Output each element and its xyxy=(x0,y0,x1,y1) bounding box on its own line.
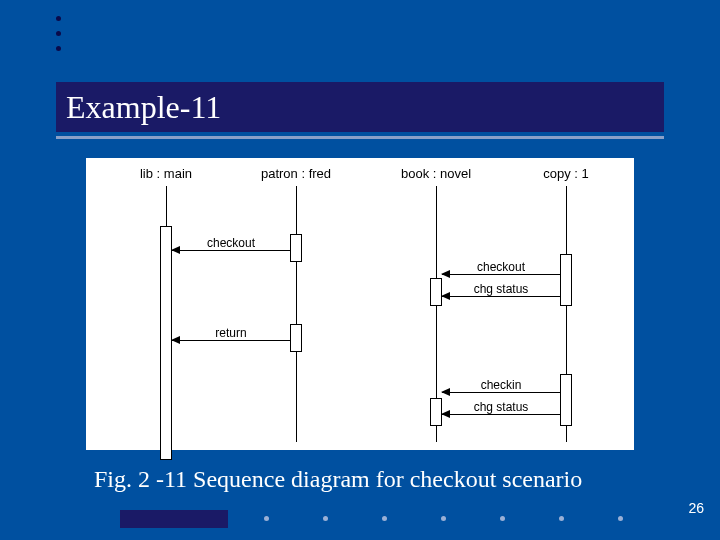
activation-copy xyxy=(560,374,572,426)
arrow-icon xyxy=(441,388,450,396)
dot xyxy=(500,516,505,521)
activation-patron xyxy=(290,324,302,352)
message-label: return xyxy=(172,326,290,340)
message: checkout xyxy=(442,264,560,278)
lifeline-label-patron: patron : fred xyxy=(246,166,346,181)
arrow-icon xyxy=(171,246,180,254)
message: chg status xyxy=(442,404,560,418)
arrow-icon xyxy=(441,410,450,418)
dot xyxy=(382,516,387,521)
message-label: chg status xyxy=(442,282,560,296)
message: checkout xyxy=(172,240,290,254)
message-label: checkout xyxy=(172,236,290,250)
activation-copy xyxy=(560,254,572,306)
message: checkin xyxy=(442,382,560,396)
slide-title: Example-11 xyxy=(66,89,221,126)
figure-caption: Fig. 2 -11 Sequence diagram for checkout… xyxy=(94,466,582,493)
lifeline-label-copy: copy : 1 xyxy=(516,166,616,181)
message: chg status xyxy=(442,286,560,300)
arrow-icon xyxy=(441,292,450,300)
activation-patron xyxy=(290,234,302,262)
title-underline xyxy=(56,136,664,139)
sequence-diagram: lib : mainpatron : fredbook : novelcopy … xyxy=(86,158,634,450)
decorative-square-bottom xyxy=(120,510,228,528)
title-bar: Example-11 xyxy=(56,82,664,132)
dot xyxy=(56,31,61,36)
lifeline-patron xyxy=(296,186,297,442)
dot xyxy=(559,516,564,521)
message-label: chg status xyxy=(442,400,560,414)
lifeline-label-lib: lib : main xyxy=(116,166,216,181)
dot xyxy=(56,16,61,21)
lifeline-label-book: book : novel xyxy=(386,166,486,181)
message: return xyxy=(172,330,290,344)
message-label: checkout xyxy=(442,260,560,274)
decorative-dots-bottom xyxy=(264,516,623,521)
message-label: checkin xyxy=(442,378,560,392)
arrow-icon xyxy=(441,270,450,278)
dot xyxy=(441,516,446,521)
decorative-dots-top xyxy=(56,16,61,61)
page-number: 26 xyxy=(688,500,704,516)
dot xyxy=(264,516,269,521)
dot xyxy=(618,516,623,521)
arrow-icon xyxy=(171,336,180,344)
dot xyxy=(56,46,61,51)
dot xyxy=(323,516,328,521)
